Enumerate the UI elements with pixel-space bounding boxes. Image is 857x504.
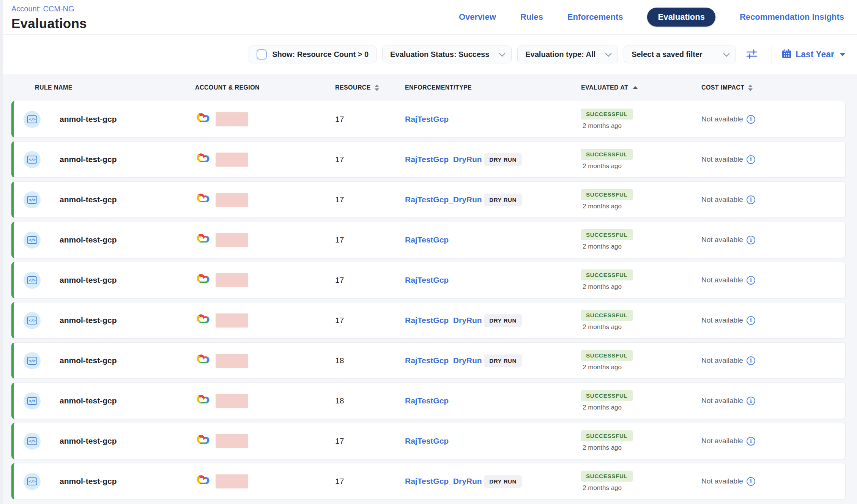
cost-impact-value: Not available (701, 276, 743, 284)
status-badge: SUCCESSFUL (581, 109, 633, 120)
status-badge: SUCCESSFUL (581, 471, 633, 482)
info-icon[interactable]: i (747, 437, 755, 446)
table-row[interactable]: </> anmol-test-gcp (11, 463, 846, 499)
rule-name: anmol-test-gcp (60, 115, 117, 124)
evaluated-time: 2 months ago (581, 444, 622, 452)
info-icon[interactable]: i (747, 236, 755, 244)
resource-count: 17 (326, 316, 397, 325)
enforcement-link[interactable]: RajTestGcp (405, 436, 449, 446)
enforcement-link[interactable]: RajTestGcp_DryRun (405, 195, 482, 204)
enforcement-link[interactable]: RajTestGcp_DryRun (405, 477, 482, 486)
caret-down-icon (840, 53, 846, 56)
info-icon[interactable]: i (747, 316, 755, 325)
enforcement-link[interactable]: RajTestGcp (405, 276, 449, 285)
resource-count: 17 (326, 436, 397, 446)
rule-code-icon: </> (27, 156, 37, 164)
cost-impact-value: Not available (701, 437, 743, 445)
enforcement-link[interactable]: RajTestGcp (405, 396, 449, 405)
cost-impact-value: Not available (701, 477, 743, 485)
table-row[interactable]: </> anmol-test-gcp (11, 423, 846, 459)
cost-impact-value: Not available (701, 236, 743, 244)
status-badge: SUCCESSFUL (581, 189, 633, 200)
evaluation-type-dropdown[interactable]: Evaluation type: All (517, 46, 618, 63)
evaluation-status-dropdown[interactable]: Evaluation Status: Success (382, 46, 512, 63)
rule-name: anmol-test-gcp (60, 155, 117, 164)
rule-code-icon: </> (27, 196, 37, 204)
enforcement-link[interactable]: RajTestGcp_DryRun (405, 316, 482, 325)
column-header-cost-impact[interactable]: COST IMPACT (695, 84, 846, 91)
enforcement-link[interactable]: RajTestGcp_DryRun (405, 356, 482, 365)
table-row[interactable]: </> anmol-test-gcp (11, 302, 846, 339)
rule-name: anmol-test-gcp (60, 436, 117, 446)
info-icon[interactable]: i (747, 115, 755, 124)
rule-code-icon: </> (27, 276, 37, 284)
account-id-redacted (216, 233, 248, 247)
evaluated-time: 2 months ago (581, 283, 622, 291)
gcp-icon (195, 151, 212, 167)
enforcement-link[interactable]: RajTestGcp (405, 235, 449, 244)
cost-impact-value: Not available (701, 195, 743, 204)
gcp-icon (195, 192, 212, 208)
rule-name: anmol-test-gcp (60, 276, 117, 285)
info-icon[interactable]: i (747, 276, 755, 285)
saved-filter-dropdown[interactable]: Select a saved filter (624, 46, 736, 63)
dry-run-badge: DRY RUN (484, 194, 522, 206)
filter-settings-button[interactable] (742, 48, 762, 61)
rule-name: anmol-test-gcp (60, 396, 117, 405)
resource-count: 18 (326, 396, 397, 405)
info-icon[interactable]: i (747, 155, 755, 164)
table-row[interactable]: </> anmol-test-gcp (11, 101, 846, 137)
status-badge: SUCCESSFUL (581, 149, 633, 160)
evaluations-table: RULE NAME ACCOUNT & REGION RESOURCE ENFO… (0, 74, 857, 504)
evaluated-time: 2 months ago (581, 484, 622, 492)
evaluated-time: 2 months ago (581, 203, 622, 210)
gcp-icon (195, 272, 212, 288)
resource-count: 17 (326, 477, 397, 486)
resource-count: 18 (326, 356, 397, 365)
table-row[interactable]: </> anmol-test-gcp (11, 181, 846, 218)
rule-avatar: </> (24, 272, 41, 289)
top-nav: Overview Rules Enforcements Evaluations … (459, 8, 844, 27)
chevron-down-icon (723, 50, 730, 57)
info-icon[interactable]: i (747, 356, 755, 365)
dry-run-badge: DRY RUN (484, 153, 522, 166)
table-row[interactable]: </> anmol-test-gcp (11, 222, 846, 258)
nav-tab-recommendation-insights[interactable]: Recommendation Insights (740, 12, 844, 22)
info-icon[interactable]: i (747, 195, 755, 204)
account-id-redacted (216, 394, 248, 408)
resource-count-checkbox[interactable] (257, 49, 267, 60)
resource-count-filter-toggle[interactable]: Show: Resource Count > 0 (249, 46, 377, 63)
info-icon[interactable]: i (747, 477, 755, 486)
nav-tab-enforcements[interactable]: Enforcements (567, 12, 623, 22)
table-row[interactable]: </> anmol-test-gcp (11, 141, 846, 178)
table-row[interactable]: </> anmol-test-gcp (11, 342, 846, 379)
cost-impact-value: Not available (701, 115, 743, 123)
rule-avatar: </> (24, 191, 41, 208)
table-row[interactable]: </> anmol-test-gcp (11, 262, 846, 298)
chevron-down-icon (605, 50, 612, 57)
resource-count: 17 (326, 235, 397, 244)
nav-tab-rules[interactable]: Rules (520, 12, 543, 22)
sort-icon (748, 85, 753, 91)
status-badge: SUCCESSFUL (581, 390, 633, 401)
date-range-picker[interactable]: Last Year (781, 49, 847, 60)
column-header-enforcement-type: ENFORCEMENT/TYPE (397, 84, 573, 91)
enforcement-link[interactable]: RajTestGcp (405, 115, 449, 124)
gcp-icon (195, 473, 212, 489)
cost-impact-value: Not available (701, 397, 743, 405)
column-header-resource[interactable]: RESOURCE (326, 84, 397, 91)
enforcement-link[interactable]: RajTestGcp_DryRun (405, 155, 482, 164)
rule-avatar: </> (24, 433, 41, 450)
column-header-evaluated-at[interactable]: EVALUATED AT (573, 84, 695, 91)
evaluated-time: 2 months ago (581, 162, 622, 170)
nav-tab-evaluations[interactable]: Evaluations (647, 8, 715, 27)
table-row[interactable]: </> anmol-test-gcp (11, 383, 846, 419)
info-icon[interactable]: i (747, 397, 755, 405)
gcp-icon (195, 393, 212, 409)
column-header-account-region: ACCOUNT & REGION (192, 84, 326, 91)
status-badge: SUCCESSFUL (581, 430, 633, 441)
status-badge: SUCCESSFUL (581, 269, 633, 280)
nav-tab-overview[interactable]: Overview (459, 12, 496, 22)
rule-code-icon: </> (27, 477, 37, 485)
breadcrumb-account-link[interactable]: Account: CCM-NG (11, 5, 87, 13)
